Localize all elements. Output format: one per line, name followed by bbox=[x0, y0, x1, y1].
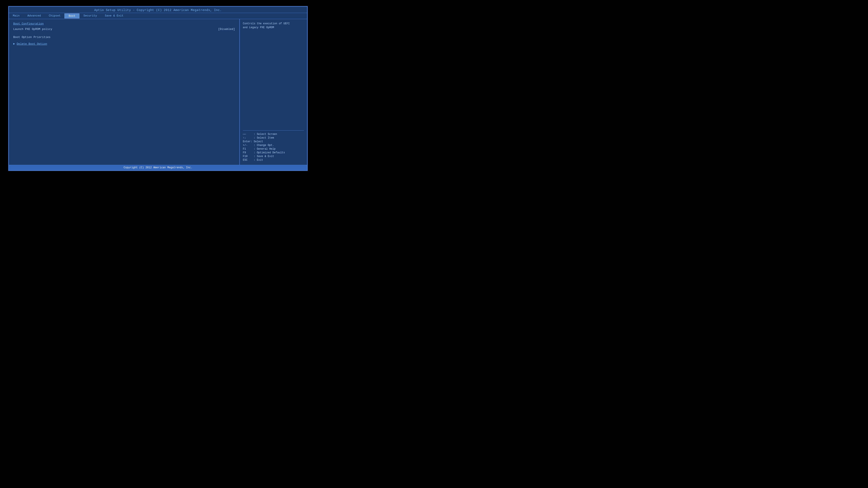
bottom-bar-text: Copyright (C) 2012 American Megatrends, … bbox=[124, 166, 192, 169]
tab-security[interactable]: Security bbox=[80, 13, 101, 19]
key-desc-enter: Select bbox=[254, 140, 263, 143]
launch-pxe-value: [Disabled] bbox=[218, 28, 235, 31]
left-panel: Boot Configuration Launch PXE OpROM poli… bbox=[9, 19, 240, 165]
tab-boot[interactable]: Boot bbox=[64, 13, 80, 19]
key-f9: F9 bbox=[243, 151, 254, 154]
title-bar: Aptio Setup Utility - Copyright (C) 2012… bbox=[9, 7, 307, 13]
key-arrows-lr: ↔↔ bbox=[243, 133, 254, 136]
key-esc: ESC bbox=[243, 159, 254, 162]
title-text: Aptio Setup Utility - Copyright (C) 2012… bbox=[94, 8, 222, 12]
help-text: Controls the execution of UEFI and Legac… bbox=[243, 22, 304, 131]
key-row-enter: Enter: Select bbox=[243, 140, 304, 143]
boot-option-priorities-title: Boot Option Priorities bbox=[13, 36, 235, 39]
tab-chipset[interactable]: Chipset bbox=[45, 13, 65, 19]
key-desc-f1: : General Help bbox=[254, 148, 276, 151]
help-text-line2: and Legacy PXE OpROM bbox=[243, 26, 304, 30]
key-desc-select-item: : Select Item bbox=[254, 136, 274, 139]
key-help: ↔↔ : Select Screen ↑↓ : Select Item Ente… bbox=[243, 133, 304, 162]
bottom-bar: Copyright (C) 2012 American Megatrends, … bbox=[9, 165, 307, 170]
key-plusminus: +/- bbox=[243, 144, 254, 147]
key-row-f10: F10 : Save & Exit bbox=[243, 155, 304, 158]
arrow-icon: ► bbox=[13, 42, 15, 45]
key-row-esc: ESC : Exit bbox=[243, 159, 304, 162]
delete-boot-option-label: Delete Boot Option bbox=[17, 42, 47, 45]
key-desc-f10: : Save & Exit bbox=[254, 155, 274, 158]
key-desc-change-opt: : Change Opt. bbox=[254, 144, 274, 147]
key-desc-f9: : Optimized Defaults bbox=[254, 151, 285, 154]
help-text-line1: Controls the execution of UEFI bbox=[243, 22, 304, 26]
key-row-select-screen: ↔↔ : Select Screen bbox=[243, 133, 304, 136]
tab-save-exit[interactable]: Save & Exit bbox=[101, 13, 127, 19]
key-desc-select-screen: : Select Screen bbox=[254, 133, 277, 136]
launch-pxe-item[interactable]: Launch PXE OpROM policy [Disabled] bbox=[13, 27, 235, 31]
right-panel: Controls the execution of UEFI and Legac… bbox=[240, 19, 307, 165]
key-row-select-item: ↑↓ : Select Item bbox=[243, 136, 304, 139]
key-row-f1: F1 : General Help bbox=[243, 148, 304, 151]
delete-boot-option-item[interactable]: ► Delete Boot Option bbox=[13, 42, 235, 45]
section-header: Boot Configuration bbox=[13, 22, 235, 25]
key-arrows-ud: ↑↓ bbox=[243, 136, 254, 139]
tab-main[interactable]: Main bbox=[9, 13, 24, 19]
key-row-f9: F9 : Optimized Defaults bbox=[243, 151, 304, 154]
launch-pxe-label: Launch PXE OpROM policy bbox=[13, 28, 52, 31]
key-f1: F1 bbox=[243, 148, 254, 151]
main-content: Boot Configuration Launch PXE OpROM poli… bbox=[9, 19, 307, 165]
key-row-change-opt: +/- : Change Opt. bbox=[243, 144, 304, 147]
tab-advanced[interactable]: Advanced bbox=[24, 13, 45, 19]
key-f10: F10 bbox=[243, 155, 254, 158]
bios-screen: Aptio Setup Utility - Copyright (C) 2012… bbox=[8, 6, 308, 171]
key-desc-esc: : Exit bbox=[254, 159, 263, 162]
nav-tabs: Main Advanced Chipset Boot Security Save… bbox=[9, 13, 307, 19]
key-enter: Enter: bbox=[243, 140, 254, 143]
